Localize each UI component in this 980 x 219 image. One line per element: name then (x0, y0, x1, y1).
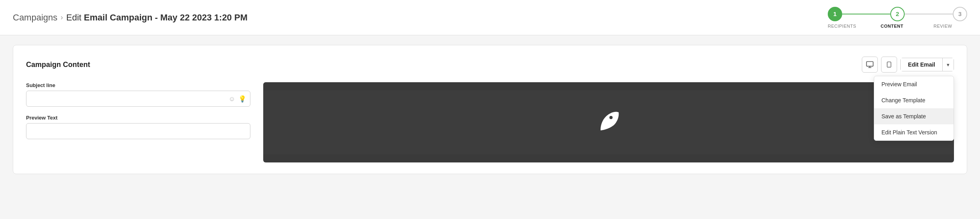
dropdown-item-plain-text[interactable]: Edit Plain Text Version (874, 124, 954, 140)
toolbar-right: Edit Email ▾ Preview Email Change Templa… (862, 57, 954, 73)
campaigns-link[interactable]: Campaigns (13, 12, 57, 23)
stepper: 1 2 3 RECIPIENTS CONTENT REVIEW (828, 7, 967, 28)
step-2-label: CONTENT (881, 24, 895, 28)
subject-line-wrapper: ☺ 💡 (26, 91, 250, 107)
mobile-icon (886, 61, 892, 69)
form-left: Subject line ☺ 💡 Preview Text (26, 82, 250, 162)
email-preview-dark (263, 90, 954, 154)
preview-text-input[interactable] (26, 123, 250, 139)
stepper-circles: 1 2 3 (828, 7, 967, 21)
subject-line-input[interactable] (26, 91, 250, 107)
breadcrumb: Campaigns › Edit Email Campaign - May 22… (13, 12, 248, 23)
header: Campaigns › Edit Email Campaign - May 22… (0, 0, 980, 35)
step-1-circle[interactable]: 1 (828, 7, 842, 21)
subject-line-label: Subject line (26, 82, 250, 88)
stepper-labels: RECIPIENTS CONTENT REVIEW (828, 24, 967, 28)
step-line-2 (905, 14, 953, 14)
desktop-view-button[interactable] (862, 57, 878, 73)
step-1-label: RECIPIENTS (828, 24, 842, 28)
mobile-view-button[interactable] (881, 57, 897, 73)
email-preview-area (263, 82, 954, 162)
card-title: Campaign Content (26, 61, 90, 69)
card-header: Campaign Content Edit Email (26, 57, 954, 73)
breadcrumb-separator: › (60, 13, 63, 22)
edit-email-btn-group: Edit Email ▾ (900, 58, 954, 71)
preview-text-wrapper (26, 123, 250, 139)
svg-point-5 (609, 116, 613, 119)
brand-logo (593, 106, 625, 138)
main-content: Campaign Content Edit Email (0, 35, 980, 184)
subject-input-icons: ☺ 💡 (229, 95, 246, 103)
step-2-circle[interactable]: 2 (890, 7, 905, 21)
campaign-title: Email Campaign - May 22 2023 1:20 PM (84, 12, 247, 22)
dropdown-item-change-template[interactable]: Change Template (874, 92, 954, 108)
edit-email-button[interactable]: Edit Email (901, 58, 943, 71)
desktop-icon (866, 61, 874, 69)
dropdown-item-save-template[interactable]: Save as Template (874, 108, 954, 124)
step-3-circle[interactable]: 3 (953, 7, 967, 21)
page-title: Edit Email Campaign - May 22 2023 1:20 P… (66, 12, 247, 23)
campaign-card: Campaign Content Edit Email (13, 45, 967, 174)
emoji-icon[interactable]: ☺ (229, 95, 235, 102)
caret-icon: ▾ (947, 62, 950, 68)
form-section: Subject line ☺ 💡 Preview Text (26, 82, 954, 162)
dropdown-menu: Preview Email Change Template Save as Te… (874, 76, 954, 141)
step-3-label: REVIEW (934, 24, 948, 28)
edit-email-caret-button[interactable]: ▾ (943, 58, 954, 71)
svg-rect-0 (867, 62, 873, 67)
edit-prefix: Edit (66, 12, 84, 22)
preview-text-label: Preview Text (26, 115, 250, 121)
svg-rect-3 (887, 62, 891, 67)
bulb-icon[interactable]: 💡 (238, 95, 246, 103)
step-line-1 (842, 14, 890, 14)
dropdown-item-preview[interactable]: Preview Email (874, 76, 954, 92)
